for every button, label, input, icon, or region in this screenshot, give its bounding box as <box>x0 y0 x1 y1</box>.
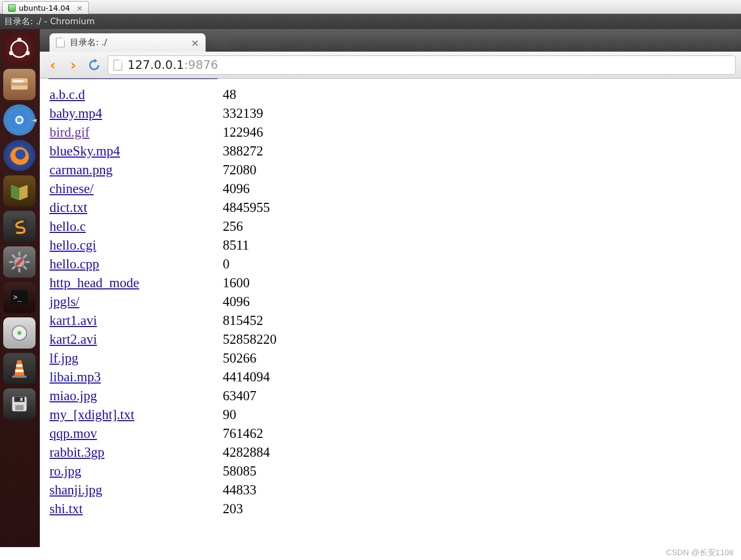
chromium-tabstrip: 目录名: ./ × <box>40 29 741 52</box>
file-link[interactable]: my_[xdight].txt <box>50 405 223 424</box>
file-link[interactable]: shanji.jpg <box>50 480 223 499</box>
file-link[interactable]: blueSky.mp4 <box>50 141 223 160</box>
file-link[interactable]: chinese/ <box>50 179 223 198</box>
svg-rect-30 <box>14 397 24 402</box>
file-link[interactable]: kart1.avi <box>50 311 223 330</box>
reload-button[interactable] <box>86 58 102 73</box>
watermark: CSDN @长安1108 <box>666 548 733 558</box>
file-size: 761462 <box>223 424 263 443</box>
file-size: 72080 <box>223 160 257 179</box>
file-link[interactable]: hello.cgi <box>50 236 223 254</box>
terminal-icon[interactable]: >_ <box>3 282 36 313</box>
file-row: kart2.avi52858220 <box>50 330 731 349</box>
svg-point-1 <box>17 38 22 42</box>
back-button[interactable]: ‹ <box>45 58 60 73</box>
file-row: shi.txt203 <box>50 499 731 518</box>
file-link[interactable]: kart2.avi <box>50 330 223 349</box>
file-size: 48 <box>223 85 236 104</box>
file-row: bird.gif122946 <box>50 123 731 141</box>
svg-rect-27 <box>15 370 23 372</box>
url-port: :9876 <box>184 58 218 72</box>
files-icon[interactable] <box>3 69 36 100</box>
url-text: 127.0.0.1:9876 <box>128 58 218 72</box>
chromium-window: 目录名: ./ × ‹ › 127.0.0.1:9876 a.b.c.d48ba… <box>40 29 741 547</box>
svg-point-2 <box>9 51 13 55</box>
file-size: 4414094 <box>223 367 270 386</box>
file-link[interactable]: http_head_mode <box>50 273 223 292</box>
vlc-icon[interactable] <box>3 353 36 384</box>
svg-text:>_: >_ <box>13 293 23 302</box>
window-title: 目录名: ./ - Chromium <box>4 16 95 27</box>
settings-icon[interactable] <box>3 246 36 278</box>
file-link[interactable]: rabbit.3gp <box>50 443 223 462</box>
file-row: http_head_mode1600 <box>50 273 731 292</box>
file-link[interactable]: bird.gif <box>50 123 223 141</box>
vm-tab-close-icon[interactable]: × <box>76 4 83 12</box>
vm-icon <box>8 4 16 12</box>
file-size: 58085 <box>223 462 257 480</box>
tab-close-icon[interactable]: × <box>191 37 199 48</box>
file-row: qqp.mov761462 <box>50 424 731 443</box>
file-link[interactable]: dict.txt <box>50 198 223 217</box>
file-size: 4282884 <box>223 443 270 462</box>
file-size: 4096 <box>223 179 250 198</box>
file-size: 90 <box>223 405 236 424</box>
vm-tab-label: ubuntu-14.04 <box>19 4 70 12</box>
file-size: 4845955 <box>223 198 270 217</box>
file-link[interactable]: hello.c <box>50 217 223 236</box>
svg-line-20 <box>12 266 16 270</box>
media-icon[interactable] <box>3 317 36 349</box>
file-link[interactable]: lf.jpg <box>50 349 223 367</box>
browser-tab[interactable]: 目录名: ./ × <box>50 33 206 52</box>
top-underline <box>48 79 217 79</box>
svg-point-3 <box>26 51 30 55</box>
file-row: rabbit.3gp4282884 <box>50 443 731 462</box>
books-icon[interactable] <box>3 175 36 207</box>
svg-rect-28 <box>12 375 27 378</box>
file-row: carman.png72080 <box>50 160 731 179</box>
svg-rect-32 <box>20 398 23 401</box>
file-link[interactable]: baby.mp4 <box>50 104 223 123</box>
file-row: my_[xdight].txt90 <box>50 405 731 424</box>
file-row: kart1.avi815452 <box>50 311 731 330</box>
file-size: 332139 <box>223 104 263 123</box>
forward-button[interactable]: › <box>66 58 81 73</box>
file-link[interactable]: miao.jpg <box>50 386 223 405</box>
file-link[interactable]: jpgls/ <box>50 292 223 311</box>
file-row: lf.jpg50266 <box>50 349 731 367</box>
file-link[interactable]: carman.png <box>50 160 223 179</box>
launcher: >_ <box>0 29 40 547</box>
file-link[interactable]: hello.cpp <box>50 254 223 273</box>
file-link[interactable]: libai.mp3 <box>50 367 223 386</box>
vm-tab[interactable]: ubuntu-14.04 × <box>2 1 89 14</box>
file-row: miao.jpg63407 <box>50 386 731 405</box>
svg-line-18 <box>12 255 16 258</box>
file-size: 122946 <box>223 123 263 141</box>
file-size: 52858220 <box>223 330 277 349</box>
file-link[interactable]: qqp.mov <box>50 424 223 443</box>
svg-point-0 <box>11 41 28 58</box>
file-link[interactable]: ro.jpg <box>50 462 223 480</box>
file-size: 0 <box>223 254 230 273</box>
vm-tabbar: ubuntu-14.04 × <box>0 0 741 14</box>
file-link[interactable]: shi.txt <box>50 499 223 518</box>
file-size: 50266 <box>223 349 257 367</box>
file-size: 4096 <box>223 292 250 311</box>
url-host: 127.0.0.1 <box>128 58 184 72</box>
chromium-icon[interactable] <box>3 104 36 136</box>
file-size: 203 <box>223 499 243 518</box>
file-row: baby.mp4332139 <box>50 104 731 123</box>
address-bar[interactable]: 127.0.0.1:9876 <box>108 55 736 75</box>
file-size: 44833 <box>223 480 257 499</box>
file-link[interactable]: a.b.c.d <box>50 85 223 104</box>
file-row: ro.jpg58085 <box>50 462 731 480</box>
new-tab-button[interactable] <box>209 37 232 49</box>
svg-rect-6 <box>13 80 24 82</box>
svg-rect-5 <box>11 82 28 86</box>
ubuntu-dash-icon[interactable] <box>3 33 36 65</box>
file-size: 1600 <box>223 273 250 292</box>
browser-tab-title: 目录名: ./ <box>70 37 191 48</box>
save-icon[interactable] <box>3 388 36 420</box>
sublime-icon[interactable] <box>3 211 36 242</box>
firefox-icon[interactable] <box>3 140 36 171</box>
